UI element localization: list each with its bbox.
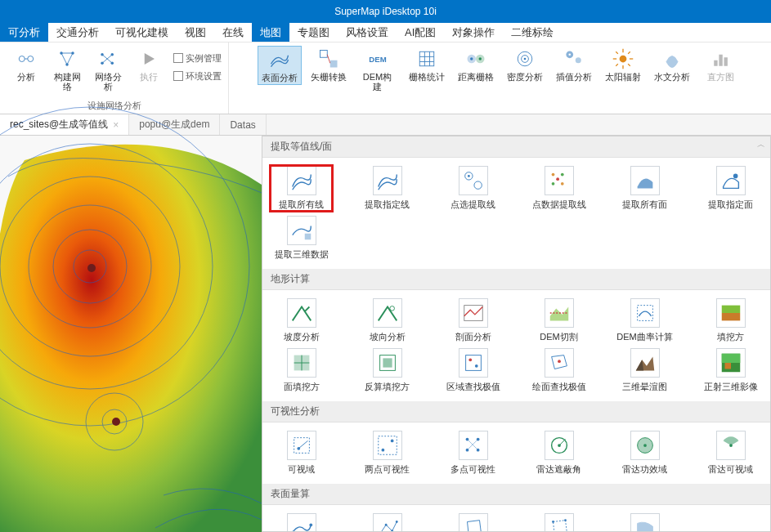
svg-line-36 — [616, 64, 618, 66]
dropdown-item[interactable]: 绘面查找极值 — [528, 348, 589, 393]
svg-point-56 — [551, 182, 554, 186]
dropdown-item[interactable]: 两点可视性 — [356, 431, 418, 476]
dropdown-item[interactable]: 选线距离 — [356, 513, 418, 532]
ribbon-button[interactable]: 构建网络 — [47, 46, 87, 93]
demcut-icon — [545, 298, 574, 328]
dropdown-item[interactable]: 面填挖方 — [271, 348, 332, 393]
document-tab[interactable]: Datas — [220, 114, 266, 135]
svg-point-73 — [558, 360, 561, 363]
ribbon-button[interactable]: 栅格统计 — [405, 46, 449, 83]
ribbon-button-label: 直方图 — [707, 72, 734, 82]
menu-item[interactable]: 地图 — [252, 23, 289, 42]
dropdown-item-label: 雷达功效域 — [622, 463, 667, 476]
svg-rect-10 — [320, 51, 327, 58]
dropdown-item[interactable]: 可视域 — [271, 431, 332, 476]
dropdown-grid: 坡度分析坡向分析剖面分析DEM切割DEM曲率计算填挖方面填挖方反算填挖方区域查找… — [262, 290, 770, 401]
linedist-icon — [373, 513, 402, 532]
svg-rect-75 — [721, 354, 740, 363]
menu-item[interactable]: 可视化建模 — [107, 23, 177, 42]
ribbon-button-label: 表面分析 — [262, 73, 298, 83]
dropdown-item[interactable]: 剖面分析 — [442, 298, 504, 343]
ribbon-group-label-empty — [499, 101, 501, 112]
dropdown-item[interactable]: 正射三维影像 — [700, 348, 761, 393]
menu-item[interactable]: AI配图 — [397, 23, 444, 42]
dropdown-item-label: 反算填挖方 — [365, 381, 410, 393]
ribbon-button[interactable]: 分析 — [7, 46, 46, 93]
dropdown-item-label: 点数据提取线 — [532, 199, 586, 211]
svg-rect-66 — [721, 306, 740, 313]
dropdown-item[interactable]: 雷达遮蔽角 — [528, 431, 589, 476]
ribbon-button[interactable]: 插值分析 — [552, 46, 596, 83]
menu-item[interactable]: 专题图 — [289, 23, 338, 42]
dropdown-item[interactable]: 提取指定线 — [356, 166, 418, 211]
ribbon-button[interactable]: DEMDEM构建 — [356, 46, 400, 93]
dropdown-item[interactable]: 选面面积 — [528, 513, 589, 532]
dropdown-item[interactable]: 三维晕渲图 — [614, 348, 675, 393]
ribbon-button[interactable]: 水文分析 — [650, 46, 694, 83]
radar3-icon — [716, 431, 746, 460]
dropdown-item[interactable]: 坡向分析 — [356, 298, 418, 343]
dropdown-item[interactable]: 雷达可视域 — [700, 431, 761, 476]
curvature-icon — [630, 298, 660, 328]
ribbon-button[interactable]: 密度分析 — [503, 46, 547, 83]
svg-point-24 — [523, 58, 526, 60]
ribbon-checkbox[interactable]: 环境设置 — [173, 69, 222, 83]
menu-item[interactable]: 对象操作 — [444, 23, 503, 42]
areapick-icon — [545, 513, 574, 532]
ribbon-button[interactable]: 矢栅转换 — [307, 46, 351, 83]
dropdown-item[interactable]: 地表距离 — [271, 513, 332, 532]
menu-item[interactable]: 二维标绘 — [503, 23, 562, 42]
menu-item[interactable]: 交通分析 — [48, 23, 107, 42]
r-density-icon — [513, 47, 536, 70]
map-canvas[interactable] — [0, 136, 262, 532]
svg-point-49 — [87, 264, 96, 272]
dropdown-item[interactable]: 多点可视性 — [442, 431, 504, 476]
dropdown-item[interactable]: 点数据提取线 — [528, 166, 589, 211]
dropdown-item[interactable]: 提取三维数据 — [271, 216, 332, 261]
radar1-icon — [545, 431, 574, 460]
menu-item[interactable]: 风格设置 — [338, 23, 397, 42]
dropdown-section-title: 提取等值线/面 — [262, 136, 770, 158]
dropdown-item[interactable]: 提取指定面 — [700, 166, 761, 211]
svg-point-20 — [470, 57, 473, 60]
ribbon-button[interactable]: 表面分析 — [258, 46, 302, 85]
collapse-icon[interactable]: ︿ — [757, 139, 765, 150]
dropdown-item[interactable]: 地表面积 — [442, 513, 504, 532]
dropdown-item[interactable]: 填挖方 — [700, 298, 761, 343]
dropdown-item[interactable]: 坡度分析 — [271, 298, 332, 343]
svg-point-50 — [112, 418, 120, 426]
document-tab[interactable]: rec_sites@生成等值线× — [0, 114, 129, 135]
dropdown-item[interactable]: 提取所有线 — [271, 166, 332, 211]
dropdown-item[interactable]: 雷达功效域 — [614, 431, 675, 476]
svg-point-55 — [560, 173, 563, 177]
ribbon-button-label: 矢栅转换 — [311, 72, 347, 82]
dropdown-section-title: 可视性分析 — [262, 401, 770, 422]
r-analyze-icon — [15, 47, 38, 70]
dropdown-item[interactable]: 提取所有面 — [614, 166, 675, 211]
ribbon-button-label: 栅格统计 — [409, 72, 445, 82]
dropdown-item[interactable]: 区域查找极值 — [442, 348, 504, 393]
dropdown-item[interactable]: 反算填挖方 — [356, 348, 418, 393]
close-icon[interactable]: × — [113, 119, 119, 131]
ribbon-button[interactable]: 距离栅格 — [454, 46, 498, 83]
ribbon-button[interactable]: 太阳辐射 — [601, 46, 645, 83]
polyfill2-icon — [716, 166, 746, 195]
menu-item[interactable]: 可分析 — [0, 23, 48, 42]
menu-item[interactable]: 在线 — [214, 23, 252, 42]
ribbon-checkbox[interactable]: 实例管理 — [173, 51, 222, 65]
dropdown-item[interactable]: DEM曲率计算 — [614, 298, 675, 343]
r-hist-icon — [710, 47, 733, 70]
menu-item[interactable]: 视图 — [177, 23, 214, 42]
ribbon-button[interactable]: 网络分析 — [88, 46, 128, 93]
content-area: ︿ 提取等值线/面提取所有线提取指定线点选提取线点数据提取线提取所有面提取指定面… — [0, 136, 771, 532]
dropdown-item[interactable]: DEM切割 — [528, 298, 589, 343]
svg-rect-65 — [721, 313, 740, 320]
svg-rect-79 — [378, 436, 397, 455]
contour-icon — [373, 166, 402, 195]
tab-label: rec_sites@生成等值线 — [10, 118, 108, 132]
checkbox-icon — [173, 71, 183, 81]
svg-point-87 — [558, 444, 561, 447]
dropdown-item-label: DEM曲率计算 — [616, 331, 672, 343]
svg-rect-39 — [724, 57, 727, 66]
dropdown-item[interactable]: 点选提取线 — [442, 166, 504, 211]
